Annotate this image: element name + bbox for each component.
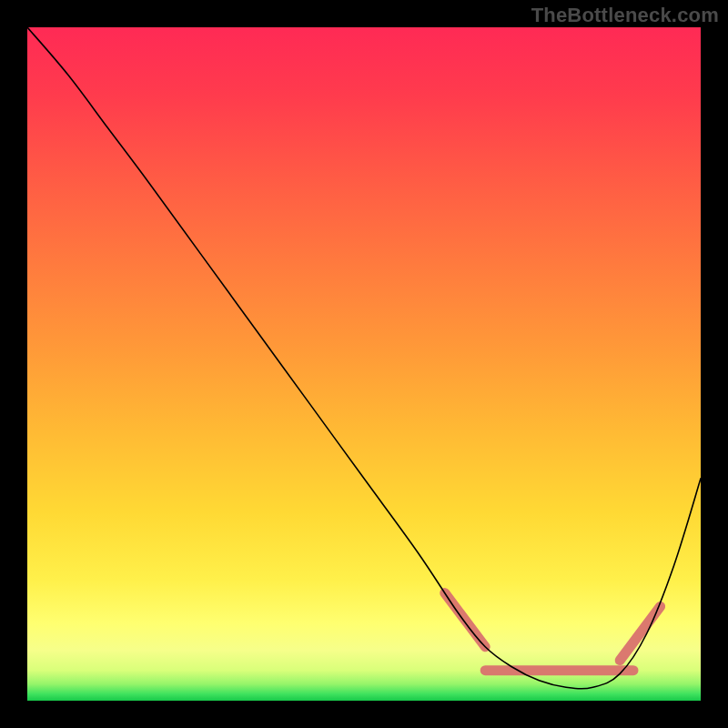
gradient-background xyxy=(27,27,701,701)
chart-svg xyxy=(27,27,701,701)
watermark-text: TheBottleneck.com xyxy=(531,4,719,27)
plot-area xyxy=(27,27,701,701)
chart-frame: TheBottleneck.com xyxy=(0,0,728,728)
